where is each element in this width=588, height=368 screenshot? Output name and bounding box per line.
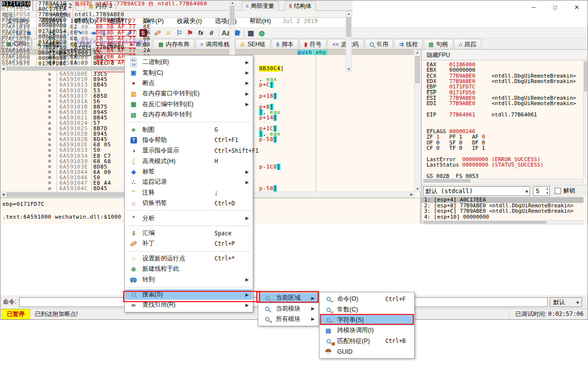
menu-item-新建线程于此[interactable]: ⊕新建线程于此 xyxy=(125,264,252,274)
menu-item-所有模块[interactable]: ⁎所有模块▶ xyxy=(259,314,318,324)
register-line[interactable]: EDI 77B9ABE0 <ntdll.DbgUiRemoteBreakin> xyxy=(427,101,583,106)
breakpoint-dot-icon[interactable] xyxy=(48,154,51,157)
arg-count-stepper[interactable]: 5▲▼ xyxy=(533,186,550,196)
menu-item-复制(C)[interactable]: ▣复制(C)▶ xyxy=(125,67,252,78)
stack-row[interactable]: 0171FD6000000000 xyxy=(0,23,229,28)
tab-跟踪[interactable]: ∴跟踪 xyxy=(454,39,481,49)
menu-separator xyxy=(126,226,251,226)
menu-item-label: 新建线程于此 xyxy=(142,265,179,273)
menu-item-在内存窗口中转到(E)[interactable]: ▥在内存窗口中转到(E)▶ xyxy=(125,88,252,99)
argument-row[interactable]: 1: [esp+4] A0C17EEA xyxy=(422,197,584,203)
maximize-button[interactable]: □ xyxy=(544,0,566,15)
menu-item-转到[interactable]: 转到▶ xyxy=(125,274,252,284)
breakpoint-dot-icon[interactable] xyxy=(48,100,51,103)
breakpoint-dot-icon[interactable] xyxy=(48,165,51,168)
tab-label: 句柄 xyxy=(436,40,448,49)
menu-item-设置新的运行点[interactable]: ☼设置新的运行点Ctrl+* xyxy=(125,254,252,264)
stack-row[interactable]: 0171FD7077B69F80ntdll.77B69F80 xyxy=(0,45,229,50)
command-script-dropdown[interactable]: 默认▼ xyxy=(550,297,582,307)
register-line[interactable]: LastStatus 00000000 (STATUS_SUCCESS) xyxy=(427,162,583,168)
menu-item-跨模块调用(I)[interactable]: ▤跨模块调用(I) xyxy=(320,325,414,336)
breakpoint-dot-icon[interactable] xyxy=(48,181,51,184)
chevron-down-icon: ▼ xyxy=(526,187,528,196)
menu-item-当前模块[interactable]: ▫当前模块▶ xyxy=(259,303,318,313)
minimize-button[interactable]: ─ xyxy=(523,0,544,15)
breakpoint-dot-icon[interactable] xyxy=(48,149,51,152)
menu-item-匹配特征(P)[interactable]: ▦匹配特征(P)Ctrl+B xyxy=(320,336,414,346)
menu-item-高亮模式(H)[interactable]: ⁄高亮模式(H)H xyxy=(125,156,252,167)
menu-item-分析[interactable]: *分析▶ xyxy=(125,213,252,223)
menu-item-制图[interactable]: ♣制图G xyxy=(125,124,252,135)
breakpoint-dot-icon[interactable] xyxy=(48,105,51,108)
unlock-checkbox[interactable] xyxy=(555,188,561,194)
menu-item-label: 补丁 xyxy=(142,239,155,248)
tab-引用[interactable]: 引用 xyxy=(365,39,393,49)
stack-row[interactable]: 0171FD640171FD54 xyxy=(0,28,229,34)
patch-menu-icon xyxy=(130,240,137,247)
menu-item-常数(C)[interactable]: #常数(C) xyxy=(320,304,414,314)
highlight-icon: ⁄ xyxy=(133,158,134,164)
menu-item-搜索(S)[interactable]: 搜索(S)▶ xyxy=(125,289,252,300)
registers-hscrollbar[interactable] xyxy=(423,178,584,183)
menu-item-显示指令提示[interactable]: ◑显示指令提示Ctrl+Shift+F1 xyxy=(125,145,252,156)
breakpoint-dot-icon[interactable] xyxy=(48,73,51,76)
dump-tab-局部变量[interactable]: ≡局部变量 xyxy=(241,1,279,11)
disasm-instruction: p+C] xyxy=(259,82,273,87)
menu-item-在内存布局中转到[interactable]: ▤在内存布局中转到 xyxy=(125,110,252,120)
menu-item-标签[interactable]: ◆标签▶ xyxy=(125,167,252,177)
stack-row[interactable]: 0171FD5C77B9ABE0ntdll.77B9ABE0 xyxy=(0,17,229,23)
menu-item-指令帮助[interactable]: ?指令帮助Ctrl+F1 xyxy=(125,135,252,145)
breakpoint-dot-icon[interactable] xyxy=(48,170,51,173)
dump-tab-label: 结构体 xyxy=(294,2,312,10)
tab-线程[interactable]: ⇉线程 xyxy=(394,39,423,49)
menu-item-追踪记录[interactable]: ∴追踪记录▶ xyxy=(125,177,252,187)
registers-vscrollbar[interactable] xyxy=(583,61,588,178)
hide-fpu-button[interactable]: 隐藏FPU xyxy=(422,50,588,60)
menu-item-字符串(S)[interactable]: ”字符串(S) xyxy=(320,315,414,325)
menu-item-查找引用(R)[interactable]: ∞查找引用(R)▶ xyxy=(125,300,252,310)
menu-item-切换书签[interactable]: ⌂切换书签Ctrl+D xyxy=(125,198,252,208)
breakpoint-dot-icon[interactable] xyxy=(48,143,51,146)
args-hscrollbar[interactable] xyxy=(423,220,584,225)
breakpoint-dot-icon[interactable] xyxy=(48,160,51,163)
menu-item-在反汇编中转到(E)[interactable]: ▦在反汇编中转到(E)▶ xyxy=(125,99,252,110)
dump-vscrollbar[interactable]: ▲ ▼ xyxy=(346,11,352,72)
registers-pane[interactable]: 隐藏FPU EAX 01186000EBX 00000000ECX 77B9AB… xyxy=(421,50,588,224)
menu-item-补丁[interactable]: 补丁Ctrl+P xyxy=(125,238,252,249)
disasm-bytes: 8B45 xyxy=(93,82,107,87)
tab-句柄[interactable]: ▥句柄 xyxy=(424,39,453,49)
disasm-vscrollbar[interactable]: ▲ ▼ xyxy=(414,50,421,192)
submenu-arrow-icon: ▶ xyxy=(245,303,249,308)
breakpoint-dot-icon[interactable] xyxy=(48,116,51,119)
breakpoint-dot-icon[interactable] xyxy=(48,84,51,86)
breakpoint-dot-icon[interactable] xyxy=(48,187,51,190)
disasm-bytes: E8 C7 xyxy=(93,153,111,159)
breakpoint-dot-icon[interactable] xyxy=(48,127,51,130)
stack-row[interactable]: 0171FD5077B9AC19返回到 ntdll.77B9AC19 自 ntd… xyxy=(0,1,229,6)
calling-convention-dropdown[interactable]: 默认 (stdcall)▼ xyxy=(423,186,530,196)
menu-item-汇编[interactable]: ⇓汇编Space xyxy=(125,228,252,238)
breakpoint-dot-icon[interactable] xyxy=(48,138,51,141)
breakpoint-dot-icon[interactable] xyxy=(48,176,51,179)
breakpoint-dot-icon[interactable] xyxy=(48,94,51,97)
breakpoint-dot-icon[interactable] xyxy=(48,111,51,113)
menu-item-二进制(B)[interactable]: 0110二进制(B)▶ xyxy=(125,57,252,67)
menu-item-当前区域[interactable]: □当前区域▶ xyxy=(259,293,318,303)
search-icon xyxy=(132,292,136,297)
info-line-module: .text:6A591000 wechatwin.dll:$1000 xyxy=(2,214,121,220)
dump-tab-结构体[interactable]: §结构体 xyxy=(285,1,316,11)
menu-item-GUID[interactable]: GUID xyxy=(320,346,414,357)
argument-row[interactable]: 4: [esp+10] 00000000 xyxy=(422,214,584,220)
disasm-instruction: p-58] xyxy=(259,186,277,191)
menu-item-断点[interactable]: ●断点▶ xyxy=(125,78,252,88)
menu-item-注释[interactable]: “注释; xyxy=(125,188,252,198)
menu-item-命令(O)[interactable]: »命令(O)Ctrl+F xyxy=(320,294,414,304)
register-line[interactable]: CF 0 TF 0 IF 1 xyxy=(427,145,583,151)
disasm-bytes: 53 xyxy=(93,88,100,93)
breakpoint-dot-icon[interactable] xyxy=(48,133,51,136)
breakpoint-dot-icon[interactable] xyxy=(48,122,51,125)
breakpoint-dot-icon[interactable] xyxy=(48,89,51,92)
close-button[interactable]: ✕ xyxy=(566,0,588,15)
breakpoint-dot-icon[interactable] xyxy=(48,78,51,81)
register-line[interactable]: EIP 77B64061 ntdll.77B64061 xyxy=(427,112,583,117)
